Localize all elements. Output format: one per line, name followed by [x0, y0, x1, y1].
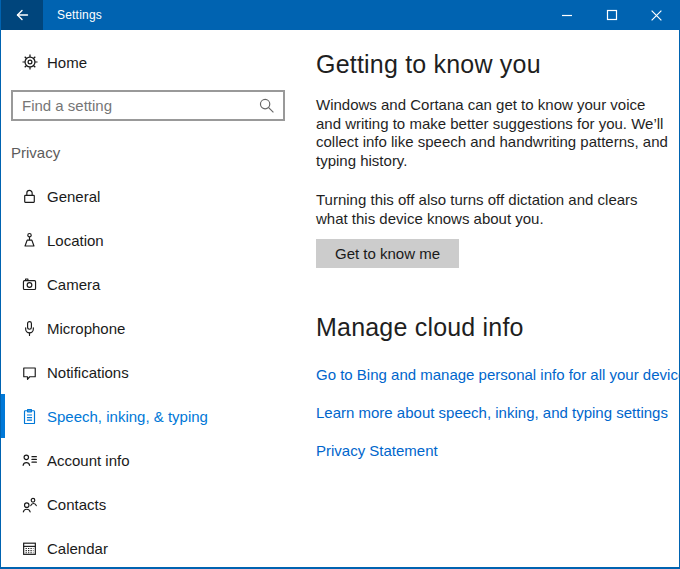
- lock-icon: [21, 188, 38, 205]
- sidebar-item-camera[interactable]: Camera: [1, 262, 301, 306]
- settings-window: Settings: [0, 0, 680, 569]
- speech-bubble-icon: [21, 364, 38, 381]
- sidebar-item-account-info[interactable]: Account info: [1, 438, 301, 482]
- sidebar-item-speech-inking-typing[interactable]: Speech, inking, & typing: [1, 394, 301, 438]
- sidebar-item-label: General: [47, 188, 100, 205]
- home-label: Home: [47, 54, 87, 71]
- sidebar-section-label: Privacy: [11, 144, 301, 161]
- sidebar-nav: General Location: [1, 174, 301, 569]
- calendar-icon: [21, 540, 38, 557]
- gear-icon: [21, 53, 39, 71]
- minimize-icon: [561, 9, 573, 21]
- camera-icon: [21, 276, 38, 293]
- sidebar: Home Privacy: [1, 30, 301, 567]
- getting-to-know-you-description: Windows and Cortana can get to know your…: [316, 96, 668, 170]
- sidebar-item-label: Account info: [47, 452, 130, 469]
- cloud-info-links: Go to Bing and manage personal info for …: [316, 366, 680, 459]
- maximize-button[interactable]: [589, 0, 634, 30]
- sidebar-item-general[interactable]: General: [1, 174, 301, 218]
- back-arrow-icon: [14, 7, 30, 23]
- location-marker-icon: [21, 232, 38, 249]
- window-controls: [544, 0, 679, 30]
- titlebar: Settings: [1, 0, 679, 30]
- sidebar-item-contacts[interactable]: Contacts: [1, 482, 301, 526]
- two-people-icon: [21, 496, 38, 513]
- clipboard-icon: [21, 408, 38, 425]
- sidebar-item-notifications[interactable]: Notifications: [1, 350, 301, 394]
- microphone-icon: [21, 320, 38, 337]
- get-to-know-me-button[interactable]: Get to know me: [316, 239, 459, 268]
- section-title-manage-cloud-info: Manage cloud info: [316, 313, 680, 342]
- sidebar-item-label: Calendar: [47, 540, 108, 557]
- link-bing-personal-info[interactable]: Go to Bing and manage personal info for …: [316, 366, 680, 383]
- sidebar-item-label: Contacts: [47, 496, 106, 513]
- link-learn-more-speech-settings[interactable]: Learn more about speech, inking, and typ…: [316, 404, 680, 421]
- maximize-icon: [606, 9, 618, 21]
- main-panel: Getting to know you Windows and Cortana …: [301, 30, 680, 567]
- sidebar-item-label: Microphone: [47, 320, 125, 337]
- sidebar-item-home[interactable]: Home: [1, 47, 301, 77]
- page-title-getting-to-know-you: Getting to know you: [316, 50, 680, 79]
- getting-to-know-you-note: Turning this off also turns off dictatio…: [316, 191, 668, 228]
- sidebar-item-label: Speech, inking, & typing: [47, 408, 208, 425]
- search-box: [11, 90, 285, 121]
- link-privacy-statement[interactable]: Privacy Statement: [316, 442, 680, 459]
- sidebar-item-label: Notifications: [47, 364, 129, 381]
- sidebar-item-calendar[interactable]: Calendar: [1, 526, 301, 569]
- sidebar-item-location[interactable]: Location: [1, 218, 301, 262]
- back-button[interactable]: [1, 0, 43, 30]
- search-input[interactable]: [13, 92, 283, 119]
- sidebar-item-label: Camera: [47, 276, 100, 293]
- person-list-icon: [21, 452, 38, 469]
- close-icon: [650, 9, 663, 22]
- search-icon[interactable]: [258, 97, 275, 114]
- close-button[interactable]: [634, 0, 679, 30]
- sidebar-item-microphone[interactable]: Microphone: [1, 306, 301, 350]
- sidebar-item-label: Location: [47, 232, 104, 249]
- window-content: Home Privacy: [1, 30, 679, 567]
- window-title: Settings: [57, 8, 102, 22]
- minimize-button[interactable]: [544, 0, 589, 30]
